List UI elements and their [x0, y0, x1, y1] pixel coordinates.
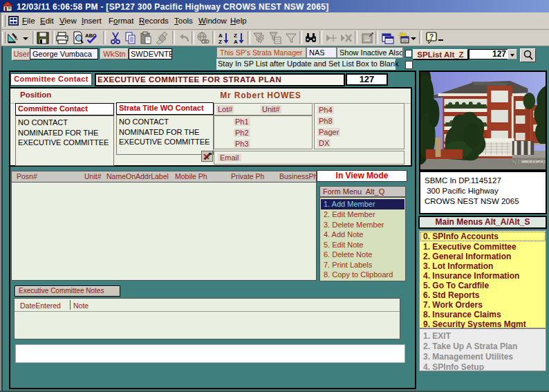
svg-text:Z: Z [218, 39, 222, 45]
svg-text:?: ? [429, 33, 434, 41]
svg-text:Z: Z [234, 32, 237, 39]
svg-text:A: A [234, 39, 238, 45]
svg-text:SP 1026: SP 1026 [512, 157, 546, 167]
svg-text:A: A [218, 32, 223, 39]
